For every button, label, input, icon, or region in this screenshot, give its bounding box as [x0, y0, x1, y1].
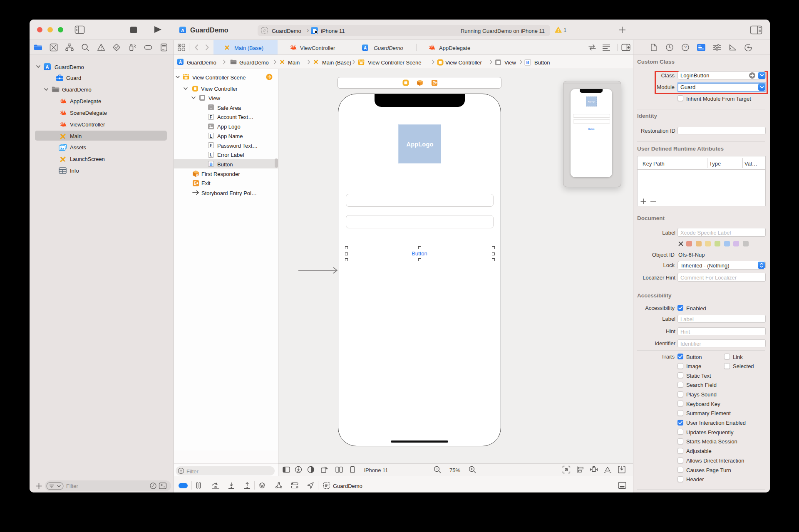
svg-text:1: 1 — [196, 174, 198, 176]
svg-text:?: ? — [684, 45, 687, 50]
